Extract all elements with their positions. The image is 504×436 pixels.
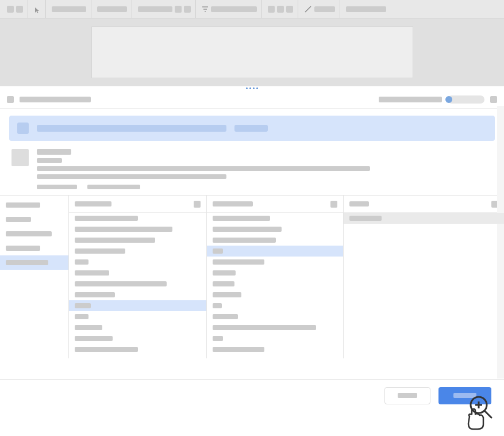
list-item[interactable] xyxy=(69,300,206,311)
list-item[interactable] xyxy=(344,213,504,224)
info-banner[interactable] xyxy=(9,116,495,141)
result-thumbnail[interactable] xyxy=(11,149,29,166)
list-item[interactable] xyxy=(69,246,206,257)
category-item[interactable] xyxy=(0,241,68,255)
category-item[interactable] xyxy=(0,227,68,241)
tb-label xyxy=(97,6,127,12)
tb-group-shapes[interactable] xyxy=(2,0,28,18)
list-item[interactable] xyxy=(69,344,206,355)
list-item[interactable] xyxy=(69,333,206,344)
list-item[interactable] xyxy=(207,278,343,289)
panel-title xyxy=(20,97,91,102)
confirm-button[interactable] xyxy=(438,387,491,404)
list-item[interactable] xyxy=(207,344,343,355)
list-item[interactable] xyxy=(69,267,206,278)
list-item[interactable] xyxy=(207,322,343,333)
list-item[interactable] xyxy=(207,289,343,300)
list-item[interactable] xyxy=(69,322,206,333)
banner-icon xyxy=(17,123,29,134)
list-item[interactable] xyxy=(207,224,343,235)
list-item[interactable] xyxy=(69,278,206,289)
svg-line-0 xyxy=(305,6,311,12)
col-header[interactable] xyxy=(69,196,206,213)
list-item[interactable] xyxy=(207,235,343,246)
tb-label xyxy=(314,6,335,12)
panel-drag-handle[interactable] xyxy=(0,86,504,90)
col-title xyxy=(213,201,253,206)
panel-header xyxy=(0,90,504,109)
category-item[interactable] xyxy=(0,255,68,270)
tb-label xyxy=(211,6,257,12)
tb-group[interactable] xyxy=(341,0,391,18)
list-item[interactable] xyxy=(207,213,343,224)
picker-col-3 xyxy=(344,196,504,358)
category-item[interactable] xyxy=(0,212,68,227)
tb-icon xyxy=(175,6,182,13)
list-item[interactable] xyxy=(207,300,343,311)
result-card xyxy=(9,141,495,195)
col-title xyxy=(349,201,369,206)
filter-icon xyxy=(202,6,209,13)
panel-icon xyxy=(7,96,14,103)
col-header[interactable] xyxy=(344,196,504,213)
category-item[interactable] xyxy=(0,198,68,212)
list-item[interactable] xyxy=(207,333,343,344)
toggle-knob xyxy=(445,96,452,103)
col-action-icon[interactable] xyxy=(330,201,337,208)
button-label xyxy=(453,393,476,398)
picker-col-2 xyxy=(207,196,344,358)
col-title xyxy=(75,201,111,206)
canvas-artboard[interactable] xyxy=(91,26,413,78)
tb-group-select[interactable] xyxy=(29,0,46,18)
list-item[interactable] xyxy=(69,257,206,267)
button-label xyxy=(398,393,417,398)
result-desc-line xyxy=(37,166,370,171)
list-item[interactable] xyxy=(69,289,206,300)
cursor-icon xyxy=(34,6,41,13)
list-item[interactable] xyxy=(207,246,343,257)
tb-icon xyxy=(16,6,23,13)
tb-group[interactable] xyxy=(133,0,196,18)
col-action-icon[interactable] xyxy=(194,201,201,208)
main-content xyxy=(0,109,504,358)
panel-subtitle xyxy=(379,97,442,102)
panel-action-icon[interactable] xyxy=(490,96,497,103)
tb-group[interactable] xyxy=(47,0,91,18)
result-title xyxy=(37,149,71,155)
tb-icon xyxy=(268,6,275,13)
result-meta xyxy=(37,185,77,189)
list-item[interactable] xyxy=(69,213,206,224)
svg-line-4 xyxy=(484,411,491,418)
tb-icon xyxy=(184,6,191,13)
tb-group[interactable] xyxy=(93,0,132,18)
tb-group-line[interactable] xyxy=(299,0,340,18)
banner-text xyxy=(37,125,226,132)
cancel-button[interactable] xyxy=(384,387,430,404)
line-icon xyxy=(304,5,312,13)
tb-icon xyxy=(277,6,284,13)
result-subtitle xyxy=(37,158,62,163)
top-toolbar xyxy=(0,0,504,18)
list-item[interactable] xyxy=(207,267,343,278)
list-item[interactable] xyxy=(69,224,206,235)
tb-group[interactable] xyxy=(263,0,298,18)
tb-icon xyxy=(7,6,14,13)
col-header[interactable] xyxy=(207,196,343,213)
list-item[interactable] xyxy=(207,311,343,322)
tb-label xyxy=(346,6,386,12)
tb-label xyxy=(138,6,172,12)
banner-action xyxy=(234,125,268,132)
list-item[interactable] xyxy=(207,257,343,267)
result-meta xyxy=(87,185,140,189)
picker-col-1 xyxy=(69,196,207,358)
toggle-switch[interactable] xyxy=(448,95,484,104)
tb-icon xyxy=(286,6,293,13)
list-item[interactable] xyxy=(69,311,206,322)
list-item[interactable] xyxy=(69,235,206,246)
result-desc-line xyxy=(37,174,226,179)
dialog-footer xyxy=(0,379,504,411)
column-picker xyxy=(0,195,504,358)
tb-group-filter[interactable] xyxy=(197,0,262,18)
picker-col-categories xyxy=(0,196,69,358)
canvas-area[interactable] xyxy=(0,18,504,86)
